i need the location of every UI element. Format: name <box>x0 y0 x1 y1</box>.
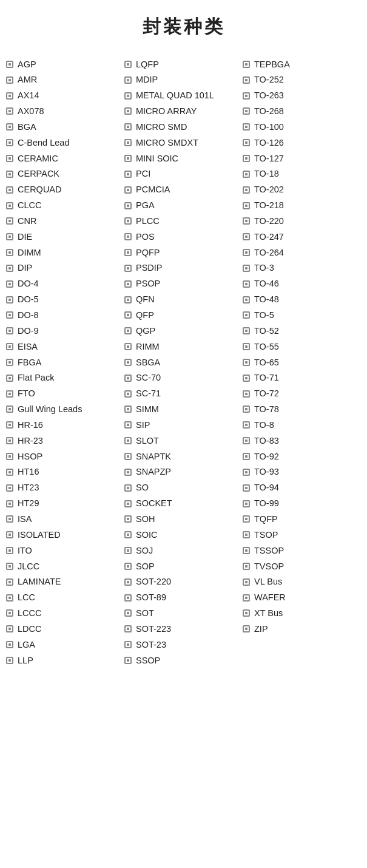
list-item[interactable]: AMR <box>6 72 124 88</box>
list-item[interactable]: TO-83 <box>243 433 361 449</box>
list-item[interactable]: TO-78 <box>243 402 361 418</box>
list-item[interactable]: SOT-89 <box>124 590 243 606</box>
list-item[interactable]: CERQUAD <box>6 182 124 198</box>
list-item[interactable]: MICRO SMDXT <box>124 135 243 151</box>
list-item[interactable]: TO-263 <box>243 88 361 104</box>
list-item[interactable]: SLOT <box>124 433 243 449</box>
list-item[interactable]: TO-65 <box>243 354 361 370</box>
list-item[interactable]: HT29 <box>6 496 124 512</box>
list-item[interactable]: TO-46 <box>243 276 361 292</box>
list-item[interactable]: DO-9 <box>6 323 124 339</box>
list-item[interactable]: FTO <box>6 386 124 402</box>
list-item[interactable]: DIE <box>6 229 124 245</box>
list-item[interactable]: SIMM <box>124 402 243 418</box>
list-item[interactable]: TO-264 <box>243 245 361 260</box>
list-item[interactable]: BGA <box>6 119 124 135</box>
list-item[interactable]: TO-55 <box>243 339 361 354</box>
list-item[interactable]: HT16 <box>6 464 124 480</box>
list-item[interactable]: QFN <box>124 292 243 308</box>
list-item[interactable]: TSOP <box>243 527 361 543</box>
list-item[interactable]: TO-5 <box>243 308 361 324</box>
list-item[interactable]: SNAPZP <box>124 464 243 480</box>
list-item[interactable]: CLCC <box>6 198 124 214</box>
list-item[interactable]: DO-4 <box>6 276 124 292</box>
list-item[interactable]: TO-127 <box>243 151 361 166</box>
list-item[interactable]: HT23 <box>6 480 124 496</box>
list-item[interactable]: LAMINATE <box>6 574 124 590</box>
list-item[interactable]: XT Bus <box>243 606 361 622</box>
list-item[interactable]: LQFP <box>124 56 243 72</box>
list-item[interactable]: METAL QUAD 101L <box>124 88 243 104</box>
list-item[interactable]: DO-8 <box>6 308 124 324</box>
list-item[interactable]: ISOLATED <box>6 527 124 543</box>
list-item[interactable]: WAFER <box>243 590 361 606</box>
list-item[interactable]: TO-18 <box>243 166 361 182</box>
list-item[interactable]: SOT-220 <box>124 574 243 590</box>
list-item[interactable]: ISA <box>6 511 124 527</box>
list-item[interactable]: SO <box>124 480 243 496</box>
list-item[interactable]: HR-16 <box>6 417 124 433</box>
list-item[interactable]: EISA <box>6 339 124 354</box>
list-item[interactable]: SSOP <box>124 653 243 668</box>
list-item[interactable]: TO-218 <box>243 198 361 214</box>
list-item[interactable]: SIP <box>124 417 243 433</box>
list-item[interactable]: LLP <box>6 653 124 668</box>
list-item[interactable]: SC-71 <box>124 386 243 402</box>
list-item[interactable]: TO-100 <box>243 119 361 135</box>
list-item[interactable]: CERPACK <box>6 166 124 182</box>
list-item[interactable]: TEPBGA <box>243 56 361 72</box>
list-item[interactable]: SOT-23 <box>124 637 243 653</box>
list-item[interactable]: TO-71 <box>243 370 361 386</box>
list-item[interactable]: MICRO ARRAY <box>124 104 243 120</box>
list-item[interactable] <box>243 648 361 659</box>
list-item[interactable]: SC-70 <box>124 370 243 386</box>
list-item[interactable]: AX078 <box>6 104 124 120</box>
list-item[interactable]: PGA <box>124 198 243 214</box>
list-item[interactable]: HR-23 <box>6 433 124 449</box>
list-item[interactable]: TO-247 <box>243 229 361 245</box>
list-item[interactable]: SOJ <box>124 543 243 558</box>
list-item[interactable]: SOT-223 <box>124 621 243 637</box>
list-item[interactable]: PCI <box>124 166 243 182</box>
list-item[interactable]: TO-93 <box>243 464 361 480</box>
list-item[interactable]: VL Bus <box>243 574 361 590</box>
list-item[interactable]: PSOP <box>124 276 243 292</box>
list-item[interactable]: SOIC <box>124 527 243 543</box>
list-item[interactable]: POS <box>124 229 243 245</box>
list-item[interactable]: FBGA <box>6 354 124 370</box>
list-item[interactable]: TSSOP <box>243 543 361 558</box>
list-item[interactable]: TO-94 <box>243 480 361 496</box>
list-item[interactable]: ITO <box>6 543 124 558</box>
list-item[interactable]: TVSOP <box>243 558 361 574</box>
list-item[interactable]: MINI SOIC <box>124 151 243 166</box>
list-item[interactable]: DIP <box>6 260 124 276</box>
list-item[interactable]: TO-220 <box>243 213 361 229</box>
list-item[interactable]: SOCKET <box>124 496 243 512</box>
list-item[interactable] <box>124 668 243 679</box>
list-item[interactable] <box>243 637 361 648</box>
list-item[interactable]: TO-252 <box>243 72 361 88</box>
list-item[interactable]: QFP <box>124 308 243 324</box>
list-item[interactable]: MDIP <box>124 72 243 88</box>
list-item[interactable]: CNR <box>6 213 124 229</box>
list-item[interactable]: PSDIP <box>124 260 243 276</box>
list-item[interactable]: AX14 <box>6 88 124 104</box>
list-item[interactable]: TQFP <box>243 511 361 527</box>
list-item[interactable]: PCMCIA <box>124 182 243 198</box>
list-item[interactable]: AGP <box>6 56 124 72</box>
list-item[interactable] <box>243 659 361 670</box>
list-item[interactable]: TO-72 <box>243 386 361 402</box>
list-item[interactable]: SOT <box>124 606 243 622</box>
list-item[interactable]: Gull Wing Leads <box>6 402 124 418</box>
list-item[interactable]: TO-126 <box>243 135 361 151</box>
list-item[interactable]: TO-202 <box>243 182 361 198</box>
list-item[interactable]: DO-5 <box>6 292 124 308</box>
list-item[interactable]: LGA <box>6 637 124 653</box>
list-item[interactable]: RIMM <box>124 339 243 354</box>
list-item[interactable]: JLCC <box>6 558 124 574</box>
list-item[interactable]: TO-92 <box>243 449 361 464</box>
list-item[interactable]: PLCC <box>124 213 243 229</box>
list-item[interactable]: ZIP <box>243 621 361 637</box>
list-item[interactable]: SOP <box>124 558 243 574</box>
list-item[interactable]: LDCC <box>6 621 124 637</box>
